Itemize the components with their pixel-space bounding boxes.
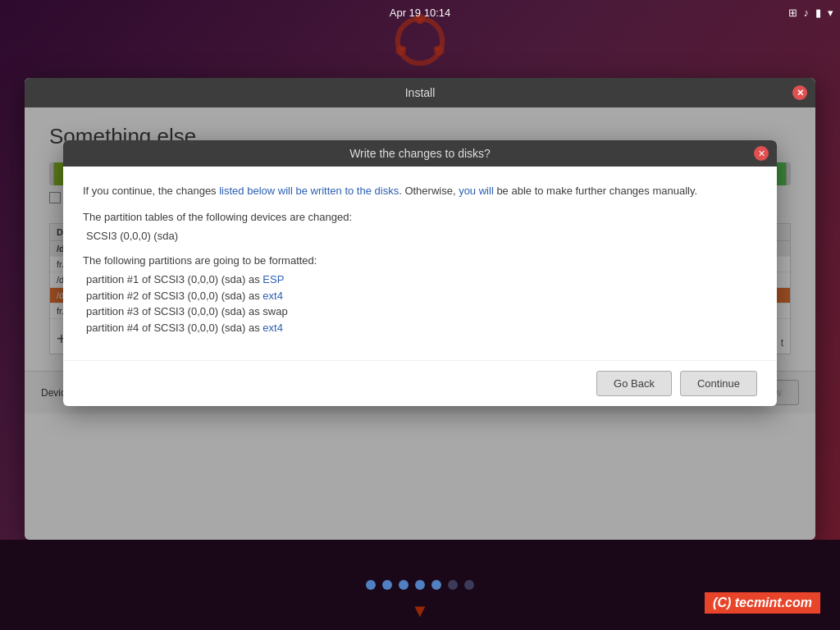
write-changes-dialog: Write the changes to disks? ✕ If you con… xyxy=(63,140,777,406)
dialog-footer: Go Back Continue xyxy=(63,360,777,406)
volume-icon: ♪ xyxy=(804,7,810,19)
dot-3 xyxy=(399,580,409,590)
dialog-section2-title: The following partitions are going to be… xyxy=(83,253,757,269)
dot-6 xyxy=(448,580,458,590)
network-icon: ⊞ xyxy=(788,7,797,19)
window-title: Install xyxy=(405,86,436,99)
dot-2 xyxy=(382,580,392,590)
dialog-section-2: The following partitions are going to be… xyxy=(83,253,757,336)
battery-icon: ▮ xyxy=(815,7,821,19)
datetime: Apr 19 10:14 xyxy=(390,7,450,19)
window-close-button[interactable]: ✕ xyxy=(792,85,807,100)
brand-badge: (C) tecmint.com xyxy=(705,592,820,614)
install-window: Install ✕ Something else free space xyxy=(25,78,815,540)
continue-button[interactable]: Continue xyxy=(680,371,757,396)
menu-icon: ▾ xyxy=(828,7,833,19)
top-bar: Apr 19 10:14 ⊞ ♪ ▮ ▾ xyxy=(0,0,840,25)
dialog-section1-content: SCSI3 (0,0,0) (sda) xyxy=(83,228,757,244)
dialog-format-item-3: partition #3 of SCSI3 (0,0,0) (sda) as s… xyxy=(83,304,757,320)
pagination-dots xyxy=(366,580,474,590)
window-titlebar: Install ✕ xyxy=(25,78,815,107)
dialog-format-item-1: partition #1 of SCSI3 (0,0,0) (sda) as E… xyxy=(83,272,757,288)
dialog-title: Write the changes to disks? xyxy=(349,147,491,160)
dialog-close-button[interactable]: ✕ xyxy=(754,146,769,161)
dialog-warning: If you continue, the changes listed belo… xyxy=(83,183,757,199)
svg-point-0 xyxy=(398,19,442,63)
dialog-titlebar: Write the changes to disks? ✕ xyxy=(63,140,777,167)
dialog-body: If you continue, the changes listed belo… xyxy=(63,167,777,360)
bottom-panel: (C) tecmint.com ▼ xyxy=(0,540,840,630)
dialog-format-item-4: partition #4 of SCSI3 (0,0,0) (sda) as e… xyxy=(83,320,757,336)
dialog-section1-title: The partition tables of the following de… xyxy=(83,209,757,226)
dot-1 xyxy=(366,580,376,590)
dot-4 xyxy=(415,580,425,590)
dialog-overlay: Write the changes to disks? ✕ If you con… xyxy=(25,107,815,540)
system-tray: ⊞ ♪ ▮ ▾ xyxy=(788,0,834,25)
dialog-format-item-2: partition #2 of SCSI3 (0,0,0) (sda) as e… xyxy=(83,288,757,304)
dialog-section-1: The partition tables of the following de… xyxy=(83,209,757,244)
scroll-down-icon: ▼ xyxy=(411,600,429,622)
go-back-button[interactable]: Go Back xyxy=(596,371,672,396)
dot-7 xyxy=(464,580,474,590)
dot-5 xyxy=(431,580,441,590)
